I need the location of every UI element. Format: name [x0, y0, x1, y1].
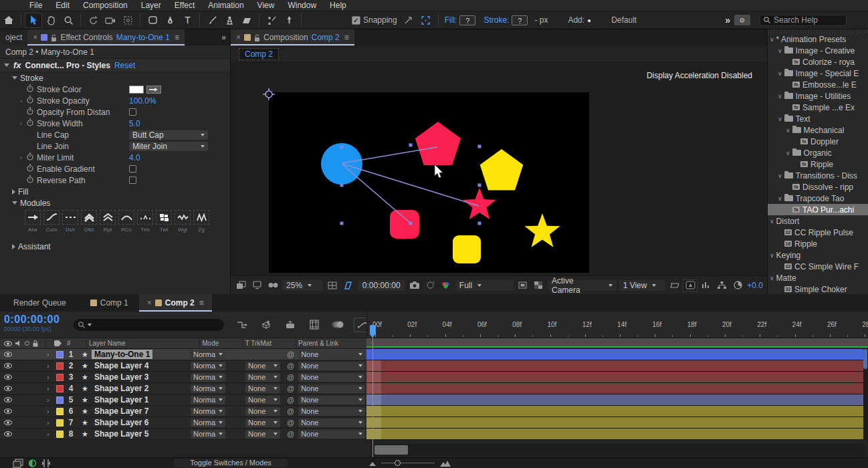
twirl-icon[interactable]: ›: [20, 154, 27, 161]
twirl-open-icon[interactable]: ∨: [778, 93, 782, 100]
scrollbar-thumb[interactable]: [863, 349, 867, 369]
stopwatch-icon[interactable]: [27, 96, 33, 106]
mode-dropdown[interactable]: Norma: [191, 362, 225, 370]
property-value[interactable]: 100.0%: [129, 96, 156, 106]
composition-viewport[interactable]: Display Acceleration Disabled: [231, 63, 767, 275]
layer-name-cell[interactable]: Shape Layer 3: [92, 372, 191, 382]
timeline-vertical-scrollbar[interactable]: [863, 349, 867, 440]
tree-item-transitions-diss[interactable]: ∨Transitions - Diss: [768, 170, 868, 181]
tree-item-dissolve-ripp[interactable]: fxDissolve - ripp: [768, 181, 868, 193]
parent-dropdown[interactable]: None: [298, 362, 365, 370]
layer-row-1[interactable]: ›1★Many-to-One 1Norma@None: [0, 349, 366, 360]
layer-track-2[interactable]: [366, 360, 864, 372]
parent-pickwhip-icon[interactable]: @: [287, 384, 294, 392]
layer-track-7[interactable]: [366, 417, 864, 429]
layer-name-column-header[interactable]: Layer Name: [89, 340, 197, 347]
camera-select[interactable]: Active Camera: [548, 280, 617, 291]
panel-menu-icon[interactable]: ≡: [344, 33, 349, 42]
parent-dropdown[interactable]: None: [298, 419, 365, 427]
current-timecode[interactable]: 0:00:00:00: [4, 314, 74, 326]
twirl-icon[interactable]: [12, 201, 17, 205]
menu-item-composition[interactable]: Composition: [76, 0, 134, 11]
tree-item-cc-simple-wire-f[interactable]: 32CC Simple Wire F: [768, 261, 868, 272]
layer-track-3[interactable]: [366, 372, 864, 383]
scrollbar-thumb[interactable]: [374, 445, 408, 455]
layer-name-cell[interactable]: Shape Layer 6: [92, 418, 191, 427]
layer-name-cell[interactable]: Shape Layer 2: [92, 384, 191, 393]
module-curve-button[interactable]: [43, 210, 60, 225]
video-eye-icon[interactable]: [4, 386, 12, 391]
mode-dropdown[interactable]: Norma: [191, 384, 225, 393]
parent-dropdown[interactable]: None: [298, 350, 365, 359]
shape-tool-button[interactable]: [144, 13, 160, 27]
parent-pickwhip-icon[interactable]: @: [287, 396, 294, 404]
tree-item-trapcode-tao[interactable]: ∨Trapcode Tao: [768, 193, 868, 204]
tree-item-ripple[interactable]: fxRipple: [768, 158, 868, 170]
layer-color-swatch[interactable]: [56, 408, 64, 415]
menu-item-edit[interactable]: Edit: [49, 0, 76, 11]
panel-overflow-icon[interactable]: »: [217, 29, 230, 45]
stroke-color-box[interactable]: ?: [512, 15, 528, 25]
menu-item-animation[interactable]: Animation: [201, 0, 250, 11]
parent-dropdown[interactable]: None: [298, 430, 365, 439]
layer-color-swatch[interactable]: [56, 396, 64, 404]
parent-pickwhip-icon[interactable]: @: [287, 350, 294, 358]
layer-name-cell[interactable]: Shape Layer 5: [92, 429, 191, 439]
brush-tool-button[interactable]: [204, 13, 220, 27]
composition-mini-flowchart-icon[interactable]: [233, 318, 251, 332]
layer-row-6[interactable]: ›6★Shape Layer 7NormaNone@None: [0, 406, 366, 417]
magnification-select[interactable]: 25%: [282, 280, 323, 291]
layer-track-6[interactable]: [366, 406, 864, 417]
panel-menu-icon[interactable]: ≡: [175, 33, 179, 42]
layer-row-4[interactable]: ›4★Shape Layer 2NormaNone@None: [0, 383, 366, 394]
layer-track-8[interactable]: [366, 429, 864, 440]
layer-twirl-icon[interactable]: ›: [47, 362, 56, 370]
layer-track-5[interactable]: [366, 394, 864, 406]
layer-color-swatch[interactable]: [56, 385, 64, 392]
parent-pickwhip-icon[interactable]: @: [287, 407, 294, 415]
module-twist-button[interactable]: [156, 210, 172, 225]
draft-3d-icon[interactable]: [257, 318, 275, 332]
property-row-stroke-opacity[interactable]: ›Stroke Opacity100.0%: [0, 95, 230, 106]
region-of-interest-icon[interactable]: [516, 280, 530, 291]
panel-menu-icon[interactable]: ≡: [199, 298, 204, 308]
mask-visibility-icon[interactable]: [342, 280, 355, 291]
snapping-checkbox[interactable]: ✓: [352, 16, 360, 25]
layer-name-cell[interactable]: Shape Layer 4: [92, 361, 191, 370]
twirl-open-icon[interactable]: ∨: [786, 150, 790, 156]
tree-item-matte[interactable]: ∨Matte: [768, 272, 868, 283]
stroke-label[interactable]: Stroke:: [483, 15, 509, 25]
snap-box-icon[interactable]: [418, 13, 434, 27]
menu-item-effect[interactable]: Effect: [168, 0, 201, 11]
tree-item-keying[interactable]: ∨Keying: [768, 249, 868, 261]
home-button[interactable]: [1, 13, 17, 27]
always-preview-icon[interactable]: [235, 280, 248, 291]
zoom-in-mountain-icon[interactable]: [440, 460, 451, 467]
layer-row-5[interactable]: ›5★Shape Layer 1NormaNone@None: [0, 394, 366, 406]
shape-yellow-rect[interactable]: [453, 235, 481, 263]
search-options-icon[interactable]: [88, 324, 92, 326]
layer-track-area[interactable]: [366, 349, 864, 440]
parent-dropdown[interactable]: None: [298, 407, 365, 416]
tree-item-tao-pur-achi[interactable]: fxTAO Pur...achi: [768, 204, 868, 215]
stroke-width-px[interactable]: - px: [534, 15, 548, 25]
trkmat-dropdown[interactable]: None: [245, 407, 280, 416]
shape-yellow-polygon[interactable]: [524, 213, 560, 247]
tree-item-image-utilities[interactable]: ∨Image - Utilities: [768, 90, 868, 102]
shape-red-polygon[interactable]: [463, 188, 496, 219]
primary-viewer-icon[interactable]: [251, 280, 264, 291]
tree-item-mechanical[interactable]: ∨Mechanical: [768, 124, 868, 136]
property-row-reverse-path[interactable]: Reverse Path: [0, 174, 230, 186]
module-arrow-button[interactable]: [25, 210, 41, 225]
fill-label[interactable]: Fill:: [445, 15, 457, 25]
stroke-color-swatch[interactable]: [129, 86, 144, 94]
layer-twirl-icon[interactable]: ›: [47, 396, 56, 404]
module-zigzag-button[interactable]: [193, 210, 209, 225]
parent-pickwhip-icon[interactable]: @: [287, 419, 294, 427]
menu-item-layer[interactable]: Layer: [134, 0, 168, 11]
workspace-settings-icon[interactable]: ⚙: [734, 15, 750, 25]
tree-item-simple-choker[interactable]: 32Simple Choker: [768, 283, 868, 294]
tab-comp1[interactable]: Comp 1: [80, 294, 139, 312]
shape-yellow-polygon[interactable]: [480, 149, 524, 191]
type-tool-button[interactable]: T: [179, 13, 195, 27]
